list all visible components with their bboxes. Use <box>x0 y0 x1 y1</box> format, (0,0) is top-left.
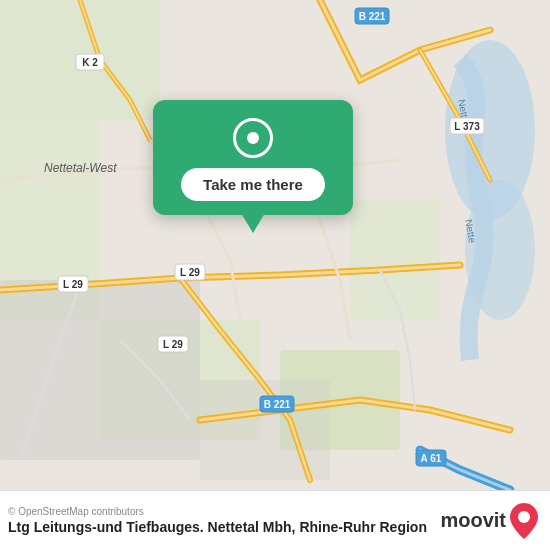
take-me-there-button[interactable]: Take me there <box>181 168 325 201</box>
info-bar: © OpenStreetMap contributors Ltg Leitung… <box>0 490 550 550</box>
svg-point-28 <box>518 511 530 523</box>
map-svg: Nette Nette K 2 B 221 L 373 L 29 L 29 L … <box>0 0 550 490</box>
svg-text:L 373: L 373 <box>454 121 480 132</box>
svg-text:B 221: B 221 <box>359 11 386 22</box>
moovit-pin-icon <box>510 503 538 539</box>
copyright-text: © OpenStreetMap contributors <box>8 506 427 517</box>
popup-card: Take me there <box>153 100 353 215</box>
place-title: Ltg Leitungs-und Tiefbauges. Nettetal Mb… <box>8 519 427 535</box>
svg-text:L 29: L 29 <box>163 339 183 350</box>
svg-text:L 29: L 29 <box>180 267 200 278</box>
svg-text:A 61: A 61 <box>421 453 442 464</box>
location-pin <box>233 118 273 158</box>
svg-text:K 2: K 2 <box>82 57 98 68</box>
map-container: Nette Nette K 2 B 221 L 373 L 29 L 29 L … <box>0 0 550 490</box>
svg-text:B 221: B 221 <box>264 399 291 410</box>
moovit-logo: moovit <box>440 503 538 539</box>
pin-inner <box>247 132 259 144</box>
moovit-wordmark: moovit <box>440 509 506 532</box>
info-left: © OpenStreetMap contributors Ltg Leitung… <box>8 506 427 535</box>
svg-text:L 29: L 29 <box>63 279 83 290</box>
popup-tail <box>241 213 265 233</box>
svg-rect-8 <box>200 380 330 480</box>
svg-text:Nettetal-West: Nettetal-West <box>44 161 117 175</box>
